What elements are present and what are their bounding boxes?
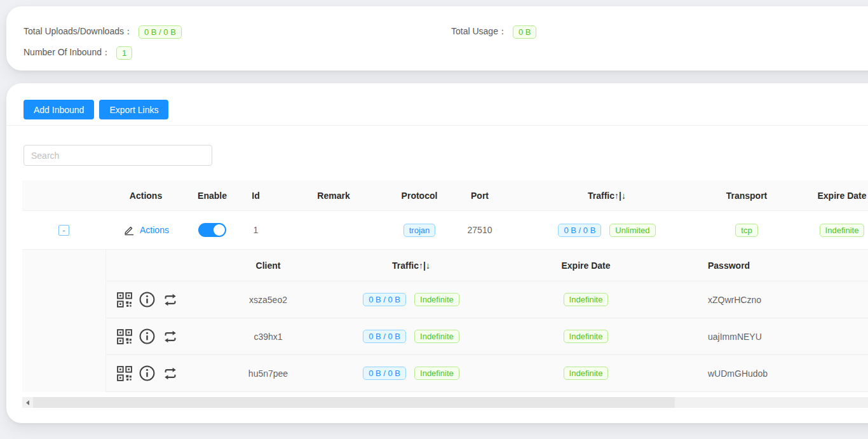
client-traffic-tag: 0 B / 0 B bbox=[363, 330, 406, 343]
qr-code-icon[interactable] bbox=[116, 292, 133, 308]
clients-header-expire-date: Expire Date bbox=[487, 260, 684, 271]
header-enable: Enable bbox=[186, 191, 238, 201]
client-row: c39hx1 0 B / 0 B Indefinite Indefinite u… bbox=[106, 318, 868, 355]
number-of-inbound-value: 1 bbox=[116, 46, 132, 60]
client-info-icon[interactable] bbox=[139, 365, 156, 382]
client-password: wUDmGHudob bbox=[684, 368, 868, 379]
traffic-limit-tag: Unlimited bbox=[609, 224, 655, 237]
stat-total-usage: Total Usage： 0 B bbox=[451, 25, 536, 39]
collapse-row-button[interactable]: - bbox=[58, 225, 69, 236]
actions-link-label: Actions bbox=[140, 225, 169, 235]
expire-date-tag: Indefinite bbox=[820, 224, 865, 237]
header-expire-date: Expire Date bbox=[794, 191, 868, 201]
client-info-icon[interactable] bbox=[139, 291, 156, 308]
stat-total-uploads-downloads: Total Uploads/Downloads： 0 B / 0 B bbox=[24, 25, 451, 39]
horizontal-scrollbar[interactable] bbox=[22, 397, 868, 408]
client-password: xZQwrHCzno bbox=[684, 295, 868, 305]
reset-traffic-icon[interactable] bbox=[161, 328, 179, 346]
client-row: xsza5eo2 0 B / 0 B Indefinite Indefinite… bbox=[106, 281, 868, 318]
header-transport: Transport bbox=[699, 191, 794, 201]
edit-pencil-icon bbox=[123, 224, 135, 236]
inbound-row: - Actions 1 bbox=[22, 211, 868, 250]
total-usage-value: 0 B bbox=[513, 25, 537, 39]
header-traffic-sort[interactable]: Traffic↑|↓ bbox=[515, 191, 699, 201]
protocol-tag: trojan bbox=[403, 224, 436, 237]
traffic-usage-tag: 0 B / 0 B bbox=[558, 224, 601, 237]
inbound-port: 27510 bbox=[445, 225, 515, 235]
client-info-icon[interactable] bbox=[139, 328, 156, 345]
client-expire-tag: Indefinite bbox=[564, 367, 609, 380]
scrollbar-left-arrow-icon[interactable] bbox=[22, 397, 33, 408]
total-usage-label: Total Usage： bbox=[451, 26, 507, 37]
inbound-id: 1 bbox=[238, 225, 273, 235]
stats-card: Total Uploads/Downloads： 0 B / 0 B Total… bbox=[6, 6, 868, 71]
qr-code-icon[interactable] bbox=[116, 328, 133, 345]
transport-tag: tcp bbox=[735, 224, 757, 237]
client-traffic-expire-tag: Indefinite bbox=[414, 330, 459, 343]
client-traffic-expire-tag: Indefinite bbox=[414, 293, 459, 306]
client-name: c39hx1 bbox=[201, 332, 335, 342]
header-port: Port bbox=[445, 191, 515, 201]
qr-code-icon[interactable] bbox=[116, 365, 133, 382]
inbounds-card: Add Inbound Export Links Actions Enable … bbox=[6, 83, 868, 423]
number-of-inbound-label: Number Of Inbound： bbox=[24, 47, 111, 58]
scrollbar-thumb[interactable] bbox=[33, 397, 675, 408]
client-traffic-expire-tag: Indefinite bbox=[414, 367, 459, 380]
clients-header-client: Client bbox=[201, 260, 335, 271]
client-expire-tag: Indefinite bbox=[564, 293, 609, 306]
client-traffic-tag: 0 B / 0 B bbox=[363, 293, 406, 306]
header-id: Id bbox=[238, 191, 273, 201]
actions-menu-trigger[interactable]: Actions bbox=[123, 224, 169, 236]
search-input[interactable] bbox=[24, 145, 212, 166]
header-protocol: Protocol bbox=[394, 191, 445, 201]
clients-header-password: Password bbox=[684, 260, 868, 271]
client-name: xsza5eo2 bbox=[201, 295, 335, 305]
expanded-clients-panel: Client Traffic↑|↓ Expire Date Password bbox=[22, 250, 868, 392]
header-remark: Remark bbox=[273, 191, 394, 201]
export-links-button[interactable]: Export Links bbox=[99, 100, 168, 119]
client-row: hu5n7pee 0 B / 0 B Indefinite Indefinite… bbox=[106, 355, 868, 392]
stat-number-of-inbound: Number Of Inbound： 1 bbox=[24, 46, 132, 60]
total-uploads-downloads-value: 0 B / 0 B bbox=[139, 25, 182, 39]
reset-traffic-icon[interactable] bbox=[161, 365, 179, 382]
enable-toggle[interactable] bbox=[198, 223, 226, 237]
client-name: hu5n7pee bbox=[201, 368, 335, 379]
clients-header-traffic-sort[interactable]: Traffic↑|↓ bbox=[335, 260, 487, 271]
toolbar: Add Inbound Export Links bbox=[6, 100, 868, 119]
reset-traffic-icon[interactable] bbox=[161, 291, 179, 309]
clients-header-row: Client Traffic↑|↓ Expire Date Password bbox=[106, 250, 868, 281]
table-header-row: Actions Enable Id Remark Protocol Port T… bbox=[22, 180, 868, 211]
inbounds-table: Actions Enable Id Remark Protocol Port T… bbox=[22, 180, 868, 392]
header-actions: Actions bbox=[105, 191, 186, 201]
total-uploads-downloads-label: Total Uploads/Downloads： bbox=[24, 26, 133, 37]
client-password: uajImmNEYU bbox=[684, 332, 868, 342]
client-expire-tag: Indefinite bbox=[564, 330, 609, 343]
add-inbound-button[interactable]: Add Inbound bbox=[24, 100, 94, 119]
client-traffic-tag: 0 B / 0 B bbox=[363, 367, 406, 380]
